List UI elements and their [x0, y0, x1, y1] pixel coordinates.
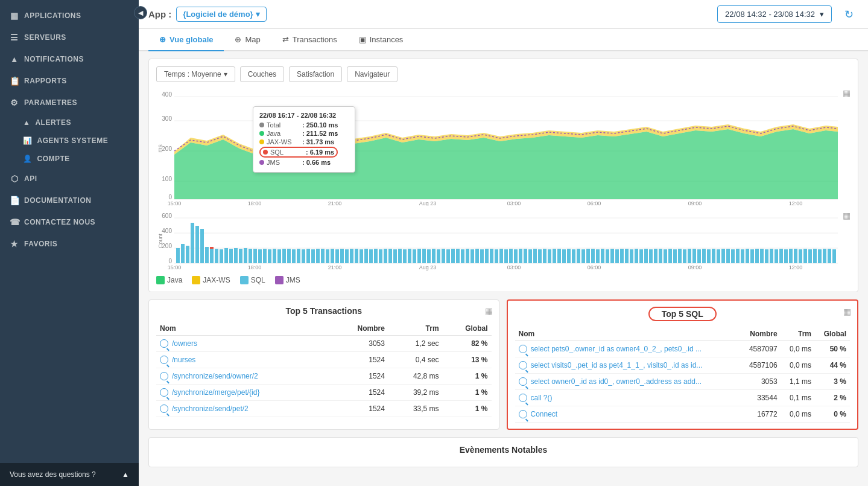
svg-text:ms: ms	[157, 144, 163, 152]
svg-rect-92	[480, 249, 484, 263]
tab-transactions[interactable]: ⇄ Transactions	[271, 29, 348, 51]
events-title: Evènements Notables	[156, 445, 851, 455]
svg-rect-28	[176, 248, 180, 263]
svg-rect-76	[403, 249, 407, 263]
sidebar-item-applications-label: APPLICATIONS	[24, 11, 81, 20]
sql-col-nombre: Nombre	[740, 327, 781, 341]
sidebar-item-documentation[interactable]: 📄 DOCUMENTATION	[0, 190, 139, 211]
content: Temps : Moyenne ▾ Couches Satisfaction N…	[139, 51, 868, 486]
sidebar-toggle[interactable]: ◀	[134, 6, 147, 19]
svg-rect-70	[374, 249, 378, 263]
svg-rect-102	[528, 249, 532, 263]
transaction-nom-link[interactable]: /nurses	[160, 356, 328, 364]
tab-map[interactable]: ⊕ Map	[224, 29, 271, 51]
temps-label: Temps : Moyenne	[164, 70, 221, 78]
svg-rect-72	[384, 249, 387, 263]
svg-rect-151	[765, 249, 768, 263]
svg-rect-61	[331, 249, 334, 263]
rapports-icon: 📋	[10, 76, 19, 86]
search-icon	[519, 394, 527, 402]
sql-global-cell: 2 %	[815, 390, 850, 406]
sidebar-item-serveurs[interactable]: ☰ SERVEURS	[0, 27, 139, 48]
svg-rect-29	[181, 244, 185, 263]
ms-chart-wrapper: ▦ 400 300 200 100 0 ms	[156, 88, 851, 206]
transaction-global-cell: 1 %	[443, 385, 492, 401]
sidebar-item-agents-systeme[interactable]: 📊 AGENTS SYSTEME	[0, 132, 139, 150]
svg-rect-41	[234, 248, 238, 263]
sql-nom-link[interactable]: select owner0_.id as id0_, owner0_.addre…	[519, 377, 736, 386]
sidebar-item-alertes[interactable]: ▲ ALERTES	[0, 114, 139, 132]
sql-nom-link[interactable]: Connect	[519, 410, 736, 418]
transaction-nom-link[interactable]: /synchronize/send/pet/2	[160, 404, 328, 413]
svg-rect-86	[451, 249, 455, 263]
sidebar-item-applications[interactable]: ▦ APPLICATIONS	[0, 5, 139, 27]
ms-chart-menu-icon[interactable]: ▦	[843, 88, 851, 98]
sidebar-item-contactez-nous[interactable]: ☎ CONTACTEZ NOUS	[0, 211, 139, 233]
sql-global-cell: 0 %	[815, 406, 850, 423]
sidebar-bottom[interactable]: Vous avez des questions ? ▲	[0, 463, 139, 486]
tabbar: ⊕ Vue globale ⊕ Map ⇄ Transactions ▣ Ins…	[139, 29, 868, 51]
svg-rect-119	[610, 249, 614, 263]
tab-instances-label: Instances	[370, 35, 404, 44]
svg-rect-137	[697, 249, 701, 263]
svg-rect-93	[485, 249, 489, 263]
tooltip-row-total: Total : 250.10 ms	[259, 121, 349, 129]
tab-transactions-icon: ⇄	[282, 35, 289, 44]
navigateur-button[interactable]: Navigateur	[347, 66, 398, 82]
sidebar-item-notifications[interactable]: ▲ NOTIFICATIONS	[0, 48, 139, 70]
svg-rect-123	[630, 249, 633, 263]
svg-rect-140	[712, 249, 715, 263]
svg-rect-97	[504, 249, 508, 263]
sidebar-item-parametres[interactable]: ⚙ PARAMETRES	[0, 92, 139, 114]
svg-rect-43	[244, 248, 247, 263]
svg-rect-136	[692, 249, 696, 263]
tab-vue-globale[interactable]: ⊕ Vue globale	[148, 29, 224, 51]
panels-row: ▦ Top 5 Transactions Nom Nombre Trm Glob…	[148, 299, 858, 430]
count-chart-wrapper: ▦ Count 600 400 200 0 // Generated bars	[156, 211, 851, 271]
transaction-nombre-cell: 3053	[332, 336, 388, 352]
sql-trm-cell: 0,0 ms	[781, 357, 815, 374]
svg-rect-114	[586, 249, 590, 263]
sidebar-item-favoris[interactable]: ★ FAVORIS	[0, 233, 139, 255]
main-area: App : {Logiciel de démo} ▾ 22/08 14:32 -…	[139, 0, 868, 486]
sidebar-item-rapports[interactable]: 📋 RAPPORTS	[0, 70, 139, 92]
sidebar-item-api[interactable]: ⬡ API	[0, 168, 139, 190]
tab-instances[interactable]: ▣ Instances	[348, 29, 414, 51]
svg-rect-144	[731, 249, 735, 263]
couches-button[interactable]: Couches	[240, 66, 284, 82]
app-dropdown[interactable]: {Logiciel de démo} ▾	[176, 7, 266, 22]
svg-rect-47	[263, 249, 267, 263]
agents-systeme-icon: 📊	[23, 136, 33, 145]
svg-rect-152	[770, 249, 773, 263]
datetime-range[interactable]: 22/08 14:32 - 23/08 14:32 ▾	[717, 5, 832, 23]
sidebar-item-favoris-label: FAVORIS	[24, 240, 57, 248]
table-row: select visits0_.pet_id as pet4_1_1_, vis…	[515, 357, 851, 374]
sql-panel-menu-icon[interactable]: ▦	[843, 307, 851, 316]
svg-rect-88	[461, 249, 464, 263]
svg-rect-73	[388, 249, 392, 263]
count-chart-menu-icon[interactable]: ▦	[843, 211, 851, 220]
satisfaction-button[interactable]: Satisfaction	[289, 66, 342, 82]
chart-legend: Java JAX-WS SQL JMS	[156, 276, 851, 284]
svg-rect-141	[717, 249, 720, 263]
transaction-nom-link[interactable]: /owners	[160, 339, 328, 348]
transaction-trm-cell: 42,8 ms	[388, 368, 443, 385]
sql-nom-cell: call ?()	[515, 390, 740, 406]
svg-rect-154	[779, 249, 783, 263]
transactions-panel-menu-icon[interactable]: ▦	[485, 306, 493, 316]
svg-rect-160	[808, 249, 812, 263]
svg-rect-85	[446, 249, 450, 263]
transaction-nom-link[interactable]: /synchronize/send/owner/2	[160, 372, 328, 380]
transactions-col-trm: Trm	[388, 322, 443, 336]
refresh-button[interactable]: ↻	[839, 5, 858, 24]
transaction-nom-link[interactable]: /synchronize/merge/pet/{id}	[160, 388, 328, 397]
sql-nom-link[interactable]: select pets0_.owner_id as owner4_0_2_, p…	[519, 345, 736, 353]
search-icon	[519, 345, 527, 353]
sql-nom-link[interactable]: call ?()	[519, 394, 736, 402]
search-icon	[160, 356, 168, 364]
sidebar-item-compte[interactable]: 👤 COMPTE	[0, 150, 139, 168]
svg-rect-44	[249, 249, 252, 263]
transaction-global-cell: 82 %	[443, 336, 492, 352]
temps-dropdown-button[interactable]: Temps : Moyenne ▾	[156, 66, 235, 82]
sql-nom-link[interactable]: select visits0_.pet_id as pet4_1_1_, vis…	[519, 361, 736, 369]
